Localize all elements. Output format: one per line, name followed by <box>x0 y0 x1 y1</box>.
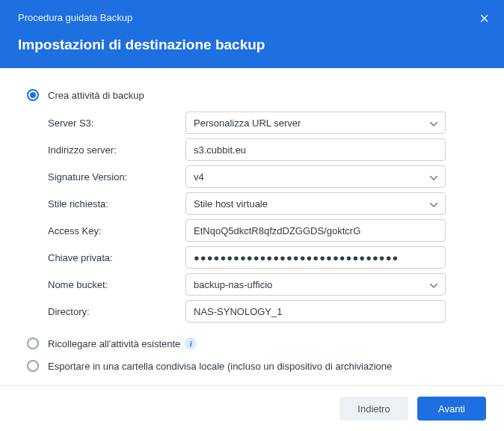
label-directory: Directory: <box>48 306 185 317</box>
select-signature-version[interactable]: v4 <box>185 165 446 188</box>
chevron-down-icon <box>430 117 437 129</box>
wizard-label: Procedura guidata Backup <box>18 12 486 23</box>
option-export-local[interactable]: Esportare in una cartella condivisa loca… <box>27 360 477 372</box>
radio-create-backup[interactable] <box>27 89 39 101</box>
input-directory[interactable] <box>194 306 437 317</box>
row-server-address: Indirizzo server: <box>48 138 477 161</box>
option-relink[interactable]: Ricollegare all'attività esistente i <box>27 337 477 349</box>
select-signature-version-value: v4 <box>194 171 204 183</box>
radio-export-local[interactable] <box>27 360 39 372</box>
input-access-key[interactable] <box>194 225 437 236</box>
back-button[interactable]: Indietro <box>339 397 408 421</box>
row-access-key: Access Key: <box>48 219 477 242</box>
label-bucket-name: Nome bucket: <box>48 279 185 290</box>
option-create-label: Crea attività di backup <box>48 90 144 101</box>
chevron-down-icon <box>430 198 437 210</box>
select-request-style[interactable]: Stile host virtuale <box>185 192 446 215</box>
row-signature-version: Signature Version: v4 <box>48 165 477 188</box>
modal-footer: Indietro Avanti <box>0 385 504 431</box>
select-server-s3-value: Personalizza URL server <box>194 117 301 129</box>
modal-header: Procedura guidata Backup × Impostazioni … <box>0 0 504 68</box>
radio-relink[interactable] <box>27 337 39 349</box>
label-server-s3: Server S3: <box>48 117 185 129</box>
page-title: Impostazioni di destinazione backup <box>18 37 486 53</box>
row-request-style: Stile richiesta: Stile host virtuale <box>48 192 477 215</box>
modal-body: Crea attività di backup Server S3: Perso… <box>0 68 504 385</box>
label-request-style: Stile richiesta: <box>48 198 185 210</box>
label-server-address: Indirizzo server: <box>48 144 185 156</box>
row-bucket-name: Nome bucket: backup-nas-ufficio <box>48 273 477 296</box>
select-bucket-name[interactable]: backup-nas-ufficio <box>185 273 446 296</box>
row-directory: Directory: <box>48 300 477 323</box>
backup-form: Server S3: Personalizza URL server Indir… <box>27 111 477 323</box>
select-bucket-name-value: backup-nas-ufficio <box>194 279 272 290</box>
option-export-local-label: Esportare in una cartella condivisa loca… <box>48 361 392 372</box>
info-icon[interactable]: i <box>185 337 197 349</box>
label-private-key: Chiave privata: <box>48 252 185 263</box>
input-private-key-wrap <box>185 246 446 269</box>
select-server-s3[interactable]: Personalizza URL server <box>185 111 446 134</box>
chevron-down-icon <box>430 171 437 183</box>
input-server-address-wrap <box>185 138 446 161</box>
label-access-key: Access Key: <box>48 225 185 236</box>
close-icon[interactable]: × <box>479 10 489 27</box>
next-button[interactable]: Avanti <box>417 397 486 421</box>
select-request-style-value: Stile host virtuale <box>194 198 268 210</box>
input-private-key[interactable] <box>194 252 437 263</box>
option-relink-label: Ricollegare all'attività esistente <box>48 338 180 349</box>
backup-wizard-modal: Procedura guidata Backup × Impostazioni … <box>0 0 504 431</box>
label-signature-version: Signature Version: <box>48 171 185 183</box>
input-access-key-wrap <box>185 219 446 242</box>
input-directory-wrap <box>185 300 446 323</box>
row-private-key: Chiave privata: <box>48 246 477 269</box>
input-server-address[interactable] <box>194 144 437 156</box>
chevron-down-icon <box>430 279 437 290</box>
option-create-backup[interactable]: Crea attività di backup <box>27 89 477 101</box>
row-server-s3: Server S3: Personalizza URL server <box>48 111 477 134</box>
